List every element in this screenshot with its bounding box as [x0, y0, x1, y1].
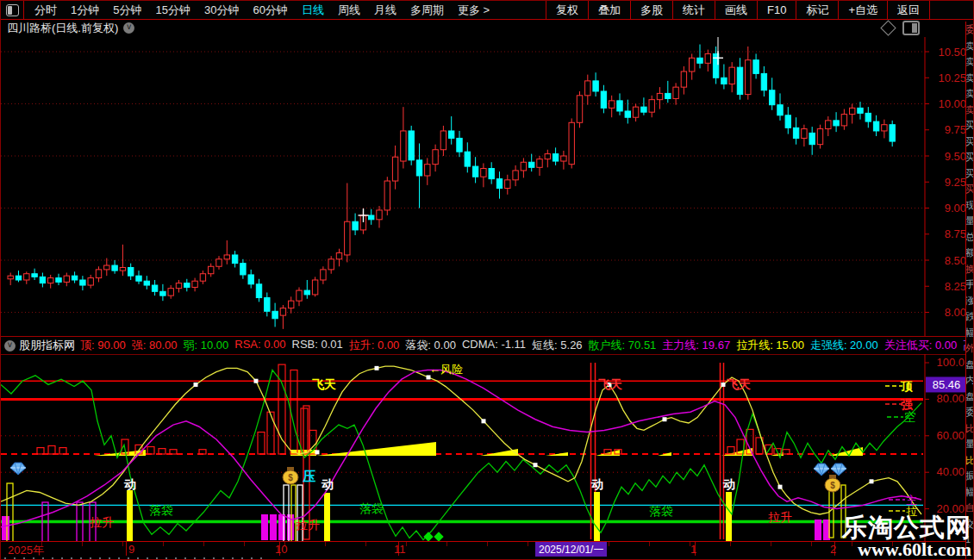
toolbar-actions: 复权叠加多股统计画线F10标记+自选返回: [546, 1, 930, 19]
action-+自选[interactable]: +自选: [838, 1, 887, 19]
svg-text:动: 动: [590, 477, 603, 491]
svg-text:10.00: 10.00: [938, 97, 966, 110]
action-复权[interactable]: 复权: [546, 1, 588, 19]
svg-text:60.00: 60.00: [936, 429, 965, 442]
svg-text:80.00: 80.00: [936, 392, 965, 405]
date-axis[interactable]: 2025年91011122025/12/01/一: [1, 541, 973, 558]
period-tab-周线[interactable]: 周线: [331, 3, 367, 18]
svg-text:40.00: 40.00: [936, 465, 965, 478]
action-多股[interactable]: 多股: [630, 1, 672, 19]
indicator-value: 关注低买: 0.00: [884, 338, 958, 353]
watermark: 乐淘公式网 www.60lt.com: [842, 515, 971, 559]
date-tick: [126, 542, 127, 556]
period-tab-分时[interactable]: 分时: [28, 3, 64, 18]
svg-text:落袋: 落袋: [649, 504, 673, 518]
period-tab-月线[interactable]: 月线: [367, 3, 403, 18]
svg-text:强: 强: [900, 397, 914, 411]
gem-icon: [10, 463, 26, 475]
svg-text:拉升: 拉升: [296, 518, 320, 532]
indicator-value: 弱: 10.00: [184, 338, 229, 353]
stock-title[interactable]: 四川路桥(日线.前复权): [7, 21, 118, 36]
svg-text:动: 动: [722, 477, 735, 491]
period-toolbar: 分时1分钟5分钟15分钟30分钟60分钟日线周线月线多周期更多 > 复权叠加多股…: [1, 1, 973, 20]
svg-text:飞天: 飞天: [727, 377, 751, 391]
action-F10[interactable]: F10: [757, 1, 796, 19]
svg-text:8.50: 8.50: [945, 254, 966, 267]
period-tab-5分钟[interactable]: 5分钟: [106, 3, 148, 18]
indicator-panel[interactable]: 飞天飞天飞天←风险落袋落袋落袋拉升拉升拉升压动动动动顶强空主拉$$100.080…: [1, 354, 973, 544]
svg-text:$: $: [830, 481, 835, 490]
watermark-url: www.60lt.com: [842, 540, 971, 559]
panel-toggle-icon[interactable]: [902, 21, 920, 35]
diamond-marker-icon[interactable]: [880, 20, 896, 35]
svg-text:←风险: ←风险: [429, 363, 463, 376]
svg-text:9.00: 9.00: [945, 202, 966, 215]
period-tab-60分钟[interactable]: 60分钟: [246, 3, 294, 18]
action-叠加[interactable]: 叠加: [588, 1, 630, 19]
indicator-value: 拉升: 0.00: [349, 338, 400, 353]
svg-text:$: $: [288, 473, 293, 482]
trading-app-window: 分时1分钟5分钟15分钟30分钟60分钟日线周线月线多周期更多 > 复权叠加多股…: [0, 0, 974, 560]
clipped-quote-sidebar[interactable]: 委卖卖卖卖卖买买买买买现量总额换手涨跌幅外盘内盘委比量比振幅自交1: [965, 22, 973, 559]
svg-text:9.25: 9.25: [945, 176, 966, 189]
svg-text:顶: 顶: [900, 379, 913, 393]
period-tab-更多 >[interactable]: 更多 >: [451, 3, 496, 18]
indicator-value: RSA: 0.00: [234, 338, 285, 353]
date-label: 11: [394, 543, 406, 556]
date-label: 2: [830, 543, 836, 556]
action-返回[interactable]: 返回: [887, 1, 930, 19]
gem-icon: [831, 464, 846, 476]
chevron-down-icon[interactable]: ˅: [123, 22, 134, 34]
period-tab-30分钟[interactable]: 30分钟: [197, 3, 246, 18]
indicator-collapse-icon[interactable]: ˅: [4, 340, 16, 352]
svg-text:8.25: 8.25: [945, 280, 966, 293]
date-label: 2025年: [8, 543, 44, 558]
svg-text:飞天: 飞天: [598, 377, 622, 391]
indicator-value: 主力线: 19.67: [662, 338, 730, 353]
action-标记[interactable]: 标记: [796, 1, 838, 19]
svg-text:拉升: 拉升: [90, 515, 114, 529]
period-tab-15分钟[interactable]: 15分钟: [148, 3, 197, 18]
indicator-value: 落袋: 0.00: [405, 338, 456, 353]
svg-text:100.0: 100.0: [936, 356, 965, 369]
indicator-value: 短线: 5.26: [532, 338, 583, 353]
svg-text:动: 动: [123, 477, 136, 491]
highlighted-date: 2025/12/01/一: [535, 542, 607, 557]
svg-text:8.00: 8.00: [945, 306, 966, 319]
money-bag-icon: $: [825, 475, 840, 492]
indicator-name[interactable]: 股朋指标网: [19, 338, 75, 353]
indicator-value: 散户线: 70.51: [589, 338, 657, 353]
layout-split-icon[interactable]: [6, 4, 19, 16]
indicator-value: 顶: 90.00: [80, 338, 126, 353]
svg-text:落袋: 落袋: [359, 501, 384, 515]
svg-text:85.46: 85.46: [933, 378, 961, 391]
svg-text:落袋: 落袋: [149, 503, 173, 517]
indicator-value: 走强线: 20.00: [810, 338, 878, 353]
indicator-value: CDMA: -1.11: [462, 338, 526, 353]
svg-text:飞天: 飞天: [312, 377, 336, 391]
date-label: 1: [690, 543, 696, 556]
svg-text:空: 空: [904, 410, 916, 424]
candlestick-chart[interactable]: 10.5010.2510.009.759.509.259.008.758.508…: [1, 37, 973, 339]
indicator-value: 强: 80.00: [132, 338, 178, 353]
chart-corner-icons: [883, 21, 920, 35]
indicator-header: ˅ 股朋指标网 顶: 90.00强: 80.00弱: 10.00RSA: 0.0…: [1, 336, 973, 355]
money-bag-icon: $: [283, 467, 298, 484]
watermark-site-name: 乐淘公式网: [842, 515, 971, 540]
svg-text:10.50: 10.50: [938, 46, 966, 59]
period-tab-1分钟[interactable]: 1分钟: [64, 3, 106, 18]
divider: [23, 1, 24, 19]
indicator-values: 顶: 90.00强: 80.00弱: 10.00RSA: 0.00RSB: 0.…: [80, 338, 973, 353]
period-tab-多周期[interactable]: 多周期: [403, 3, 451, 18]
period-tab-日线[interactable]: 日线: [295, 3, 331, 18]
svg-text:8.75: 8.75: [945, 227, 966, 240]
svg-text:拉升: 拉升: [768, 510, 792, 524]
gem-icon: [814, 464, 829, 476]
indicator-value: 拉升线: 15.00: [736, 338, 804, 353]
indicator-value: RSB: 0.01: [292, 338, 343, 353]
svg-text:压: 压: [302, 469, 315, 483]
svg-text:动: 动: [321, 477, 334, 491]
action-统计[interactable]: 统计: [672, 1, 715, 19]
title-bar: 四川路桥(日线.前复权) ˅: [1, 20, 973, 36]
action-画线[interactable]: 画线: [715, 1, 757, 19]
